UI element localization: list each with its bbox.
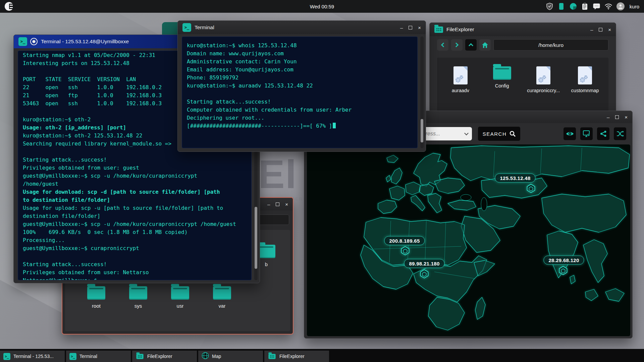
up-button[interactable] xyxy=(465,39,477,51)
taskbar-item-terminal-125-53[interactable]: >_Terminal - 125.53... xyxy=(0,351,65,362)
file-item-label: Config xyxy=(495,83,509,88)
chevron-down-icon xyxy=(464,131,469,135)
system-top-bar: Wed 00:59 kuro xyxy=(0,0,644,13)
chat-icon[interactable] xyxy=(593,3,600,10)
file-item[interactable]: auraadv xyxy=(440,66,481,116)
share-icon xyxy=(600,130,607,137)
folder-icon xyxy=(129,286,147,300)
folder-icon xyxy=(213,286,231,300)
hexagon-node-icon[interactable] xyxy=(420,269,429,280)
wifi-icon[interactable] xyxy=(605,3,612,10)
close-button[interactable]: × xyxy=(418,25,421,30)
taskbar-item-terminal[interactable]: >_Terminal xyxy=(66,351,131,362)
map-ip-label[interactable]: 200.8.189.65 xyxy=(384,236,425,245)
chevron-right-icon xyxy=(454,43,459,47)
terminal-line: Starting attack...success! xyxy=(23,260,247,268)
battery-icon[interactable] xyxy=(558,3,565,10)
folder-icon xyxy=(493,66,511,80)
terminal-line: Privileges obtained from user: guest xyxy=(23,164,247,172)
maximize-button[interactable] xyxy=(615,115,619,119)
user-avatar[interactable] xyxy=(616,2,625,10)
file-item[interactable]: customnmap xyxy=(564,66,606,116)
terminal-2-titlebar[interactable]: >_ Terminal – × xyxy=(178,21,426,34)
back-button[interactable] xyxy=(437,39,448,51)
folder-item-label: usr xyxy=(177,303,184,309)
shuffle-button[interactable] xyxy=(614,127,626,140)
folder-item-label: var xyxy=(219,303,226,309)
close-button[interactable]: × xyxy=(285,202,288,207)
terminal-2-screen[interactable]: kuro@station:~$ whois 125.53.12.48Domain… xyxy=(182,37,418,148)
path-field[interactable]: /home/kuro xyxy=(493,39,608,51)
forward-button[interactable] xyxy=(451,39,463,51)
hexagon-node-icon[interactable] xyxy=(527,184,536,195)
shuffle-icon xyxy=(616,130,624,137)
close-button[interactable]: × xyxy=(625,115,628,120)
map-ip-label[interactable]: 89.98.21.180 xyxy=(404,259,444,268)
search-button[interactable]: SEARCH xyxy=(478,127,520,141)
terminal-line: guest@Uymillboxxe:~$ scp -u /home/kuro/c… xyxy=(23,220,247,228)
file-item-label: auraadv xyxy=(452,88,469,93)
terminal-line xyxy=(187,90,413,98)
taskbar-item-fileexplorer[interactable]: FileExplorer xyxy=(264,351,329,362)
folder-icon xyxy=(136,354,143,359)
file-icon xyxy=(578,66,592,84)
terminal-line: Computer obtained with credentials from … xyxy=(187,106,413,114)
terminal-line: Deciphering user root... xyxy=(187,114,413,122)
terminal-line: Privileges obtained from user: Nettarso xyxy=(23,268,247,277)
terminal-line: destination file/folder] xyxy=(23,212,247,220)
terminal-line: kuro@station:~$ whois 125.53.12.48 xyxy=(187,42,413,50)
terminal-cursor xyxy=(333,123,336,128)
eye-icon xyxy=(566,131,574,137)
terminal-line: Phone: 859199792 xyxy=(187,74,413,82)
username-label: kuro xyxy=(630,4,639,9)
file-explorer-window: FileExplorer – × /home/kuro auraadvConfi… xyxy=(429,22,616,116)
scrollbar-thumb[interactable] xyxy=(255,207,257,269)
window-title: FileExplorer xyxy=(446,26,474,33)
scrollbar[interactable] xyxy=(420,37,424,148)
folder-icon xyxy=(434,26,443,33)
taskbar-item-label: FileExplorer xyxy=(279,354,305,359)
minimize-button[interactable]: – xyxy=(590,27,593,32)
file-item-label: b xyxy=(265,261,268,267)
hexagon-node-icon[interactable] xyxy=(401,246,410,257)
chevron-left-icon xyxy=(441,43,446,47)
maximize-button[interactable] xyxy=(409,26,412,29)
maximize-button[interactable] xyxy=(276,202,279,206)
terminal-line: Administrative contact: Carin Youn xyxy=(187,58,413,66)
file-explorer-titlebar[interactable]: FileExplorer – × xyxy=(430,23,616,36)
taskbar-item-fileexplorer[interactable]: FileExplorer xyxy=(132,351,197,362)
clipboard-icon[interactable] xyxy=(581,3,589,10)
remote-desktop-button[interactable] xyxy=(580,127,593,140)
hexagon-node-icon[interactable] xyxy=(559,266,568,277)
desktop: El OPER FileExplorer – × /home/kuro aura… xyxy=(0,0,644,362)
map-ip-label[interactable]: 125.53.12.48 xyxy=(495,174,535,183)
maximize-button[interactable] xyxy=(599,28,602,32)
terminal-line: guest@Uymillboxxe:~$ curaproniccrypt xyxy=(23,244,247,252)
folder-item[interactable]: sys xyxy=(120,286,157,309)
folder-item-label: sys xyxy=(135,303,142,309)
disk-usage-icon[interactable] xyxy=(570,3,577,10)
file-explorer-toolbar: /home/kuro xyxy=(430,36,616,54)
terminal-line xyxy=(23,252,247,260)
folder-item[interactable]: usr xyxy=(162,286,199,309)
world-map-svg xyxy=(307,144,630,336)
folder-icon xyxy=(171,286,189,300)
taskbar-item-label: Terminal - 125.53... xyxy=(13,354,54,359)
folder-item[interactable]: root xyxy=(78,286,115,309)
home-button[interactable] xyxy=(479,39,491,51)
minimize-button[interactable]: – xyxy=(267,202,270,207)
file-item[interactable]: curaproniccry... xyxy=(523,66,565,116)
map-ip-label[interactable]: 28.29.68.120 xyxy=(543,256,584,265)
world-map[interactable]: 125.53.12.48200.8.189.6589.98.21.18028.2… xyxy=(307,144,630,336)
taskbar-item-map[interactable]: Map xyxy=(198,351,263,362)
minimize-button[interactable]: – xyxy=(607,115,609,120)
close-button[interactable]: × xyxy=(608,27,611,32)
visibility-button[interactable] xyxy=(564,127,576,140)
minimize-button[interactable]: – xyxy=(400,25,403,30)
taskbar-item-label: Map xyxy=(212,354,221,359)
folder-item[interactable]: var xyxy=(204,286,240,309)
file-item[interactable]: Config xyxy=(481,66,523,116)
scrollbar-thumb[interactable] xyxy=(421,119,423,142)
share-button[interactable] xyxy=(597,127,609,140)
shield-status-icon[interactable] xyxy=(546,3,553,10)
